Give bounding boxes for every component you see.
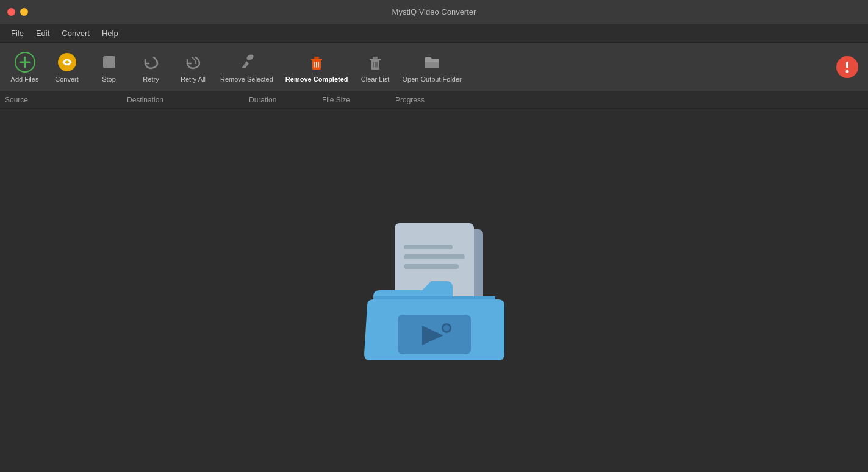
traffic-lights: [7, 8, 28, 16]
open-output-folder-button[interactable]: Open Output Folder: [398, 46, 467, 88]
menu-edit[interactable]: Edit: [30, 26, 56, 40]
menubar: File Edit Convert Help: [0, 24, 868, 43]
remove-selected-icon: [235, 51, 257, 73]
convert-label: Convert: [55, 76, 79, 83]
clear-list-label: Clear List: [361, 76, 389, 83]
remove-selected-button[interactable]: Remove Selected: [215, 46, 278, 88]
titlebar: MystiQ Video Converter: [0, 0, 868, 24]
svg-rect-20: [846, 62, 848, 68]
svg-rect-4: [103, 56, 115, 68]
status-icon[interactable]: [836, 56, 858, 78]
svg-rect-8: [311, 59, 322, 60]
open-folder-icon: [421, 51, 443, 73]
svg-point-21: [846, 70, 849, 73]
main-content: [0, 109, 868, 472]
svg-point-3: [58, 53, 76, 71]
menu-file[interactable]: File: [5, 26, 30, 40]
stop-button[interactable]: Stop: [89, 46, 129, 88]
col-header-duration: Duration: [249, 96, 322, 104]
add-files-icon: [14, 51, 36, 73]
svg-rect-27: [404, 245, 453, 249]
svg-rect-9: [314, 57, 319, 59]
col-header-filesize: File Size: [322, 96, 395, 104]
col-header-progress: Progress: [395, 96, 863, 104]
menu-convert[interactable]: Convert: [56, 26, 96, 40]
app-title: MystiQ Video Converter: [392, 7, 476, 16]
svg-point-33: [443, 325, 450, 331]
stop-icon: [98, 51, 120, 73]
remove-completed-icon: [306, 51, 328, 73]
open-output-folder-label: Open Output Folder: [403, 76, 462, 83]
empty-state-illustration: [343, 211, 526, 370]
svg-rect-28: [404, 254, 465, 259]
toolbar: Add Files Convert Stop: [0, 43, 868, 91]
col-header-source: Source: [5, 96, 127, 104]
svg-rect-14: [370, 59, 381, 60]
remove-completed-button[interactable]: Remove Completed: [281, 46, 353, 88]
add-files-label: Add Files: [11, 76, 39, 83]
retry-label: Retry: [143, 76, 159, 83]
svg-rect-29: [404, 264, 459, 269]
menu-help[interactable]: Help: [96, 26, 124, 40]
close-button[interactable]: [7, 8, 15, 16]
clear-list-button[interactable]: Clear List: [356, 46, 395, 88]
add-files-button[interactable]: Add Files: [5, 46, 45, 88]
column-headers: Source Destination Duration File Size Pr…: [0, 91, 868, 109]
retry-all-icon: [182, 51, 204, 73]
retry-all-button[interactable]: Retry All: [173, 46, 213, 88]
minimize-button[interactable]: [20, 8, 28, 16]
clear-list-icon: [364, 51, 386, 73]
retry-button[interactable]: Retry: [131, 46, 171, 88]
stop-label: Stop: [102, 76, 116, 83]
convert-button[interactable]: Convert: [47, 46, 87, 88]
retry-icon: [140, 51, 162, 73]
retry-all-label: Retry All: [181, 76, 206, 83]
svg-point-5: [246, 53, 254, 61]
col-header-destination: Destination: [127, 96, 249, 104]
svg-rect-15: [373, 57, 378, 59]
convert-icon: [56, 51, 78, 73]
remove-selected-label: Remove Selected: [220, 76, 273, 83]
remove-completed-label: Remove Completed: [285, 76, 348, 83]
